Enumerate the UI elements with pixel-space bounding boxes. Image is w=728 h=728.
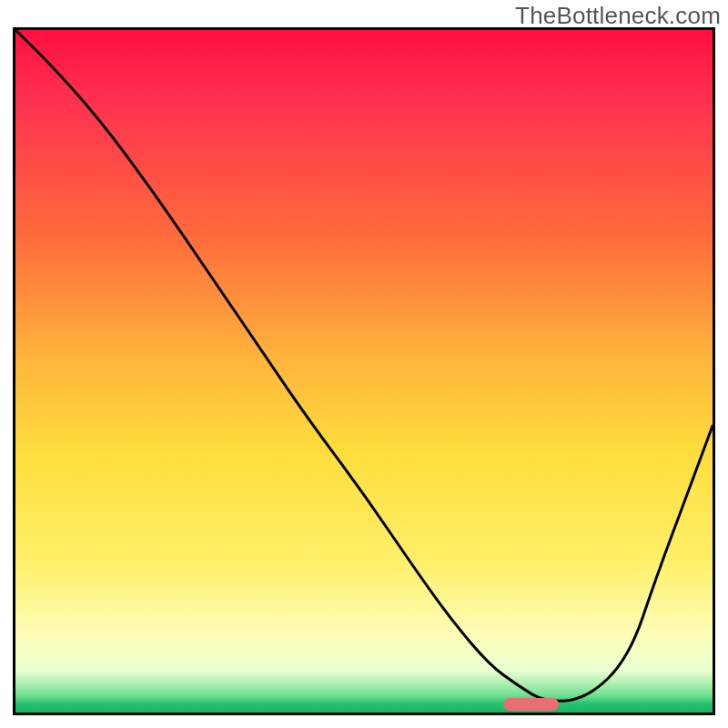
watermark-text: TheBottleneck.com — [515, 2, 721, 30]
curve-path — [15, 30, 713, 701]
plot-area — [13, 27, 715, 715]
optimal-marker — [503, 698, 559, 711]
chart-container: TheBottleneck.com — [0, 0, 728, 728]
line-curve — [15, 30, 713, 713]
